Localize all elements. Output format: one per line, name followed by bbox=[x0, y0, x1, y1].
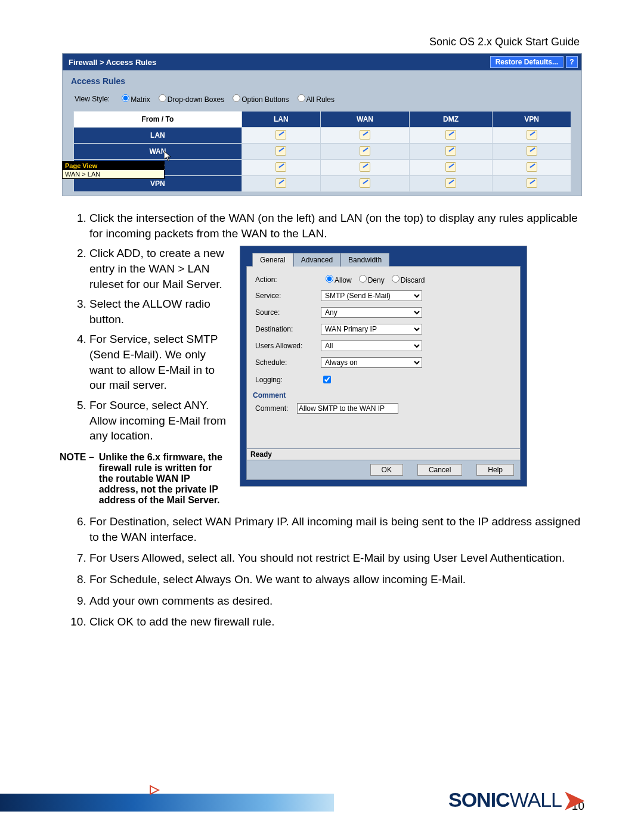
cell-wan-lan[interactable] bbox=[242, 144, 320, 160]
step-6: For Destination, select WAN Primary IP. … bbox=[89, 514, 584, 544]
cell-vpn-lan[interactable] bbox=[242, 176, 320, 192]
action-label: Action: bbox=[255, 275, 321, 284]
corner-label: From / To bbox=[74, 112, 242, 128]
cancel-button[interactable]: Cancel bbox=[417, 464, 462, 476]
section-title: Access Rules bbox=[63, 70, 581, 92]
step-1: Click the intersection of the WAN (on th… bbox=[89, 210, 584, 241]
comment-input[interactable] bbox=[297, 403, 398, 414]
step-2: Click ADD, to create a new entry in the … bbox=[89, 246, 227, 292]
view-option-all[interactable]: All Rules bbox=[294, 94, 335, 104]
service-label: Service: bbox=[255, 292, 321, 300]
note-block: NOTE – Unlike the 6.x firmware, the fire… bbox=[60, 452, 227, 506]
edit-icon bbox=[445, 162, 456, 172]
cell-vpn-vpn[interactable] bbox=[492, 176, 571, 192]
edit-icon bbox=[527, 162, 537, 172]
page-footer: SONICWALL➤ 10 bbox=[0, 788, 644, 812]
edit-icon bbox=[445, 130, 456, 140]
step-7: For Users Allowed, select all. You shoul… bbox=[89, 550, 584, 566]
step-5: For Source, select ANY. Allow incoming E… bbox=[89, 398, 227, 444]
edit-icon bbox=[275, 130, 286, 140]
sonicwall-logo: SONICWALL➤ bbox=[448, 788, 584, 812]
cell-dmz-dmz[interactable] bbox=[410, 160, 493, 176]
cell-vpn-wan[interactable] bbox=[320, 176, 409, 192]
edit-icon bbox=[527, 178, 537, 188]
action-deny[interactable]: Deny bbox=[354, 275, 385, 284]
svg-marker-0 bbox=[164, 151, 171, 161]
edit-icon bbox=[527, 146, 537, 156]
view-option-matrix[interactable]: Matrix bbox=[118, 94, 150, 104]
edit-icon bbox=[275, 146, 286, 156]
restore-defaults-button[interactable]: Restore Defaults... bbox=[490, 56, 564, 68]
tooltip-body: WAN > LAN bbox=[63, 170, 164, 178]
doc-header: Sonic OS 2.x Quick Start Guide bbox=[60, 36, 584, 48]
cell-dmz-lan[interactable] bbox=[242, 160, 320, 176]
tab-general[interactable]: General bbox=[252, 253, 293, 267]
view-style-label: View Style: bbox=[75, 95, 110, 103]
comment-section: Comment bbox=[253, 391, 512, 400]
cell-wan-vpn[interactable] bbox=[492, 144, 571, 160]
schedule-select[interactable]: Always on bbox=[321, 357, 422, 368]
source-select[interactable]: Any bbox=[321, 307, 422, 318]
cell-lan-wan[interactable] bbox=[320, 128, 409, 144]
help-button[interactable]: ? bbox=[566, 56, 578, 68]
tab-advanced[interactable]: Advanced bbox=[293, 253, 340, 267]
col-lan: LAN bbox=[242, 112, 320, 128]
col-dmz: DMZ bbox=[410, 112, 493, 128]
tooltip-head: Page View bbox=[63, 162, 164, 170]
schedule-label: Schedule: bbox=[255, 358, 321, 367]
destination-label: Destination: bbox=[255, 325, 321, 333]
edit-icon bbox=[360, 130, 370, 140]
instructions-top: Click the intersection of the WAN (on th… bbox=[60, 210, 584, 241]
service-select[interactable]: SMTP (Send E-Mail) bbox=[321, 290, 422, 301]
tab-bandwidth[interactable]: Bandwidth bbox=[340, 253, 389, 267]
note-label: NOTE – bbox=[60, 452, 99, 506]
cell-wan-dmz[interactable] bbox=[410, 144, 493, 160]
cell-lan-dmz[interactable] bbox=[410, 128, 493, 144]
zone-matrix: From / To LAN WAN DMZ VPN LAN WAN bbox=[73, 111, 571, 192]
logging-label: Logging: bbox=[255, 376, 321, 384]
cell-lan-lan[interactable] bbox=[242, 128, 320, 144]
users-select[interactable]: All bbox=[321, 340, 422, 351]
cell-dmz-vpn[interactable] bbox=[492, 160, 571, 176]
step-4: For Service, select SMTP (Send E-Mail). … bbox=[89, 332, 227, 393]
edit-icon bbox=[360, 146, 370, 156]
cell-lan-vpn[interactable] bbox=[492, 128, 571, 144]
view-option-dropdown[interactable]: Drop-down Boxes bbox=[155, 94, 224, 104]
edit-icon bbox=[275, 162, 286, 172]
comment-label: Comment: bbox=[255, 404, 297, 413]
destination-select[interactable]: WAN Primary IP bbox=[321, 324, 422, 335]
edit-icon bbox=[445, 146, 456, 156]
edit-icon bbox=[275, 178, 286, 188]
col-wan: WAN bbox=[320, 112, 409, 128]
edit-icon bbox=[360, 162, 370, 172]
action-allow[interactable]: Allow bbox=[321, 275, 352, 284]
edit-icon bbox=[527, 130, 537, 140]
action-discard[interactable]: Discard bbox=[387, 275, 425, 284]
cell-wan-wan[interactable] bbox=[320, 144, 409, 160]
view-style-row: View Style: Matrix Drop-down Boxes Optio… bbox=[63, 92, 581, 111]
instructions-bottom: For Destination, select WAN Primary IP. … bbox=[60, 514, 584, 630]
access-rules-screenshot: Firewall > Access Rules Restore Defaults… bbox=[62, 53, 582, 196]
view-option-buttons[interactable]: Option Buttons bbox=[229, 94, 289, 104]
logging-checkbox[interactable] bbox=[323, 376, 331, 383]
row-lan: LAN bbox=[74, 128, 242, 144]
page-view-tooltip: Page View WAN > LAN bbox=[62, 161, 165, 179]
row-wan: WAN bbox=[74, 144, 242, 160]
edit-icon bbox=[360, 178, 370, 188]
cell-vpn-dmz[interactable] bbox=[410, 176, 493, 192]
col-vpn: VPN bbox=[492, 112, 571, 128]
cell-dmz-wan[interactable] bbox=[320, 160, 409, 176]
cursor-icon bbox=[164, 151, 172, 162]
note-text: Unlike the 6.x firmware, the firewall ru… bbox=[99, 452, 227, 506]
breadcrumb: Firewall > Access Rules bbox=[69, 58, 156, 67]
step-3: Select the ALLOW radio button. bbox=[89, 296, 227, 327]
status-bar: Ready bbox=[246, 449, 521, 460]
users-label: Users Allowed: bbox=[255, 342, 321, 350]
source-label: Source: bbox=[255, 308, 321, 317]
edit-icon bbox=[445, 178, 456, 188]
step-10: Click OK to add the new firewall rule. bbox=[89, 614, 584, 630]
step-8: For Schedule, select Always On. We want … bbox=[89, 572, 584, 587]
ok-button[interactable]: OK bbox=[370, 464, 403, 476]
help-button[interactable]: Help bbox=[476, 464, 514, 476]
step-9: Add your own comments as desired. bbox=[89, 593, 584, 609]
